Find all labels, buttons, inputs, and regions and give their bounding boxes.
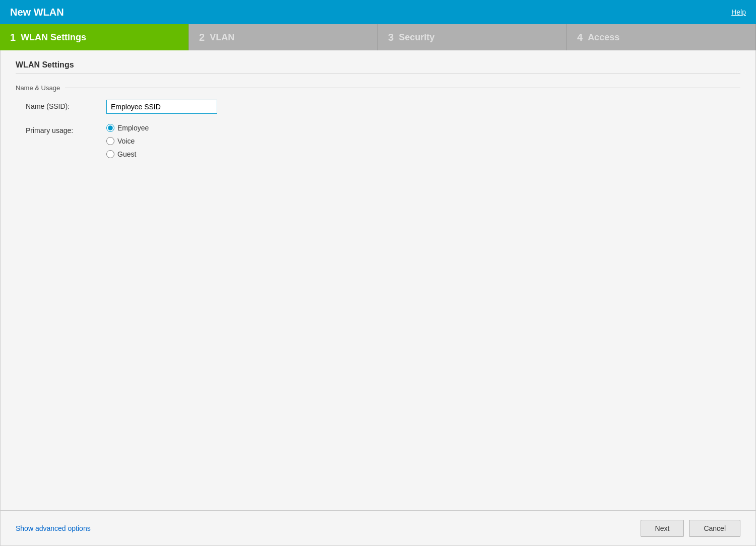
radio-option-employee[interactable]: Employee bbox=[106, 124, 740, 132]
name-ssid-label: Name (SSID): bbox=[26, 100, 106, 110]
name-ssid-input[interactable] bbox=[106, 100, 217, 114]
step-3-label: Security bbox=[399, 32, 434, 43]
cancel-button[interactable]: Cancel bbox=[689, 520, 740, 537]
page-container: New WLAN Help 1 WLAN Settings 2 VLAN 3 S… bbox=[0, 0, 756, 546]
radio-guest[interactable] bbox=[106, 150, 114, 158]
step-2-vlan[interactable]: 2 VLAN bbox=[189, 24, 378, 50]
section-name-usage-header: Name & Usage bbox=[16, 84, 740, 92]
next-button[interactable]: Next bbox=[641, 520, 684, 537]
radio-employee[interactable] bbox=[106, 124, 114, 132]
step-3-number: 3 bbox=[388, 32, 394, 43]
radio-option-guest[interactable]: Guest bbox=[106, 150, 740, 158]
step-2-number: 2 bbox=[199, 32, 205, 43]
name-ssid-row: Name (SSID): bbox=[16, 100, 740, 114]
show-advanced-options-link[interactable]: Show advanced options bbox=[16, 524, 91, 532]
main-content: WLAN Settings Name & Usage Name (SSID): … bbox=[0, 50, 756, 546]
page-title-heading: New WLAN bbox=[10, 7, 64, 18]
section-name-usage-label: Name & Usage bbox=[16, 84, 60, 92]
steps-bar: 1 WLAN Settings 2 VLAN 3 Security 4 Acce… bbox=[0, 24, 756, 50]
section-title: WLAN Settings bbox=[16, 60, 740, 74]
primary-usage-label: Primary usage: bbox=[26, 124, 106, 134]
primary-usage-row: Primary usage: Employee Voice bbox=[16, 124, 740, 158]
footer: Show advanced options Next Cancel bbox=[1, 510, 755, 545]
step-1-number: 1 bbox=[10, 32, 16, 43]
help-link[interactable]: Help bbox=[731, 8, 746, 16]
radio-employee-label: Employee bbox=[117, 124, 149, 132]
radio-group-usage: Employee Voice Guest bbox=[106, 124, 740, 158]
radio-guest-label: Guest bbox=[117, 150, 136, 158]
step-3-security[interactable]: 3 Security bbox=[378, 24, 567, 50]
footer-buttons: Next Cancel bbox=[641, 520, 740, 537]
step-1-wlan-settings[interactable]: 1 WLAN Settings bbox=[0, 24, 189, 50]
step-4-number: 4 bbox=[577, 32, 583, 43]
radio-option-voice[interactable]: Voice bbox=[106, 137, 740, 145]
name-ssid-control bbox=[106, 100, 740, 114]
title-bar: New WLAN Help bbox=[0, 0, 756, 24]
step-2-label: VLAN bbox=[210, 32, 234, 43]
radio-voice[interactable] bbox=[106, 137, 114, 145]
step-4-label: Access bbox=[588, 32, 619, 43]
primary-usage-control: Employee Voice Guest bbox=[106, 124, 740, 158]
content-area: WLAN Settings Name & Usage Name (SSID): … bbox=[1, 50, 755, 510]
radio-voice-label: Voice bbox=[117, 137, 135, 145]
step-4-access[interactable]: 4 Access bbox=[567, 24, 756, 50]
step-1-label: WLAN Settings bbox=[21, 32, 86, 43]
